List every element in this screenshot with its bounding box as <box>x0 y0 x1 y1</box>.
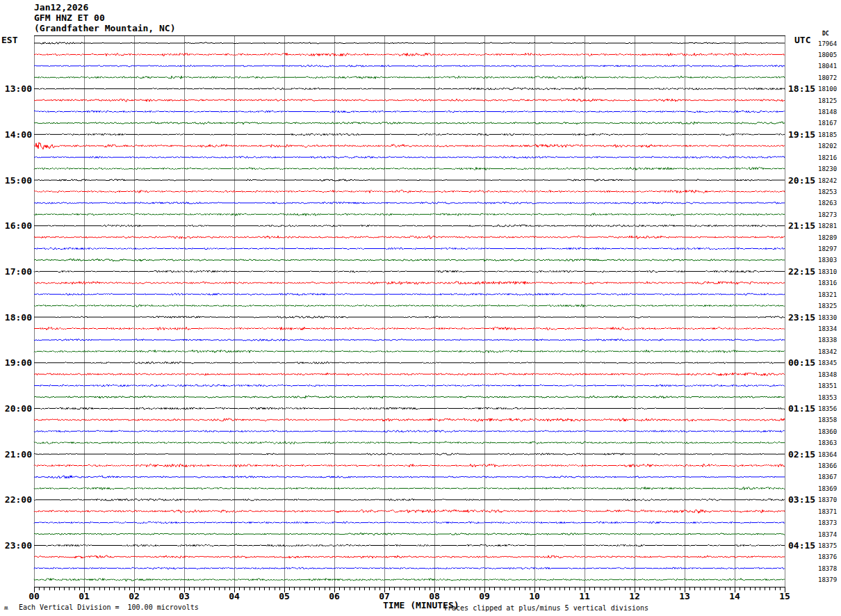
est-time-label: 17:00 <box>5 266 32 277</box>
seismo-trace <box>34 316 785 318</box>
seismo-trace <box>34 168 785 170</box>
seismo-trace <box>34 88 785 90</box>
seismo-trace <box>34 487 785 489</box>
dc-value: 18379 <box>818 576 837 583</box>
utc-time-label: 02:15 <box>788 449 815 460</box>
x-axis-tick-label: 04 <box>229 591 240 601</box>
seismo-trace <box>34 293 785 295</box>
seismo-trace <box>34 259 785 261</box>
dc-value: 18185 <box>818 131 837 138</box>
x-axis-tick-label: 10 <box>529 591 540 601</box>
est-time-label: 18:00 <box>5 312 32 323</box>
seismo-trace <box>34 350 785 352</box>
x-axis-tick-label: 12 <box>629 591 640 601</box>
utc-time-label: 18:15 <box>788 83 815 94</box>
dc-value: 18242 <box>818 177 837 184</box>
x-axis-tick-label: 03 <box>179 591 190 601</box>
est-time-label: 14:00 <box>5 129 32 140</box>
seismo-trace <box>34 556 785 558</box>
x-axis-tick-label: 02 <box>129 591 140 601</box>
seismo-trace <box>34 522 785 524</box>
dc-value: 18041 <box>818 63 837 70</box>
seismo-trace <box>34 385 785 387</box>
x-axis-tick-label: 00 <box>28 591 40 601</box>
dc-value: 18321 <box>818 291 837 298</box>
est-time-label: 19:00 <box>5 357 32 368</box>
seismo-trace <box>34 464 785 467</box>
dc-value: 18230 <box>818 165 837 172</box>
seismo-trace <box>34 190 785 193</box>
dc-value: 18370 <box>818 496 837 503</box>
dc-value: 18374 <box>818 531 837 538</box>
dc-value: 18273 <box>818 211 837 218</box>
dc-value: 18353 <box>818 394 837 401</box>
x-axis-tick-label: 05 <box>279 591 290 601</box>
seismo-trace <box>34 407 785 409</box>
seismo-trace <box>34 533 785 535</box>
seismo-trace <box>34 510 785 513</box>
est-time-label: 15:00 <box>5 175 32 186</box>
dc-value: 18316 <box>818 279 837 286</box>
x-axis-tick-label: 11 <box>579 591 590 601</box>
dc-value: 18348 <box>818 371 837 378</box>
seismo-trace <box>34 476 785 478</box>
utc-time-label: 23:15 <box>788 312 815 323</box>
dc-value: 18364 <box>818 451 837 458</box>
seismo-trace <box>34 42 785 44</box>
est-time-label: 21:00 <box>5 449 32 460</box>
seismo-trace <box>34 122 785 124</box>
seismo-trace <box>34 111 785 113</box>
watermark-glyph: ʍ <box>4 604 8 611</box>
dc-value: 18325 <box>818 302 837 309</box>
dc-value: 18253 <box>818 188 837 195</box>
seismo-trace <box>34 544 785 546</box>
dc-value: 18363 <box>818 439 837 446</box>
est-time-label: 20:00 <box>5 403 32 414</box>
utc-time-label: 22:15 <box>788 266 815 277</box>
dc-value: 18148 <box>818 108 837 115</box>
utc-time-label: 01:15 <box>788 403 815 414</box>
dc-value: 18345 <box>818 359 837 366</box>
seismo-trace <box>34 99 785 102</box>
seismo-trace <box>34 133 785 135</box>
dc-value: 18366 <box>818 462 837 469</box>
seismo-trace <box>34 396 785 398</box>
seismo-trace <box>34 65 785 67</box>
dc-value: 18072 <box>818 74 837 81</box>
seismo-trace <box>34 578 785 581</box>
est-time-label: 23:00 <box>5 540 32 551</box>
dc-value: 18263 <box>818 200 837 206</box>
dc-value: 18338 <box>818 337 837 343</box>
utc-time-label: 19:15 <box>788 129 815 140</box>
dc-value: 18303 <box>818 257 837 264</box>
dc-value: 18358 <box>818 416 837 423</box>
seismo-trace <box>34 499 785 501</box>
seismo-trace <box>34 143 785 149</box>
seismo-trace <box>34 213 785 216</box>
utc-time-label: 00:15 <box>788 357 815 368</box>
seismo-trace <box>34 327 785 330</box>
dc-value: 18334 <box>818 325 837 332</box>
seismo-trace <box>34 305 785 307</box>
heliplot-chart: 0001020304050607080910111213141517964180… <box>0 0 841 616</box>
dc-value: 18360 <box>818 428 837 435</box>
seismo-trace <box>34 419 785 421</box>
dc-value: 18281 <box>818 222 837 229</box>
est-time-label: 22:00 <box>5 494 32 505</box>
dc-value: 18005 <box>818 51 837 58</box>
dc-value: 18100 <box>818 86 837 92</box>
seismo-trace <box>34 156 785 158</box>
dc-value: 18125 <box>818 97 837 104</box>
seismo-trace <box>34 202 785 204</box>
dc-value: 18367 <box>818 473 837 480</box>
seismo-trace <box>34 430 785 432</box>
est-time-label: 16:00 <box>5 220 32 231</box>
seismo-trace <box>34 441 785 444</box>
dc-value: 17964 <box>818 40 837 47</box>
seismo-trace <box>34 453 785 455</box>
x-axis-tick-label: 09 <box>479 591 490 601</box>
helicorder-page: Jan12,2026 GFM HNZ ET 00 (Grandfather Mo… <box>0 0 841 616</box>
x-axis-tick-label: 14 <box>729 591 740 601</box>
seismo-trace <box>34 362 785 364</box>
seismo-trace <box>34 236 785 238</box>
